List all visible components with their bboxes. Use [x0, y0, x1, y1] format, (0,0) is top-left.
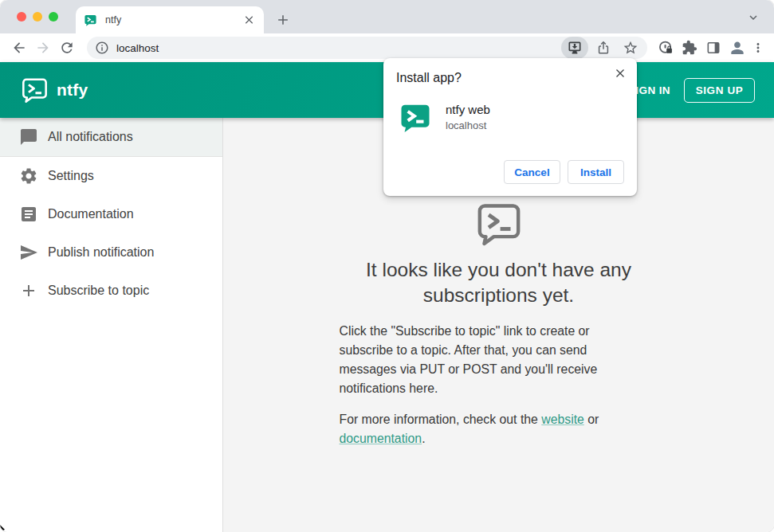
- sidebar-item-label: Publish notification: [48, 245, 154, 260]
- new-tab-button[interactable]: [273, 10, 293, 29]
- install-app-icon[interactable]: [561, 37, 588, 59]
- empty-state-links-paragraph: For more information, check out the webs…: [340, 410, 620, 448]
- send-icon: [19, 243, 38, 262]
- tab-close-icon[interactable]: [242, 14, 256, 27]
- dialog-app-name: ntfy web: [446, 103, 490, 116]
- chat-bubble-icon: [19, 127, 38, 147]
- side-panel-icon[interactable]: [701, 37, 725, 59]
- browser-window: ntfy localhost: [0, 0, 774, 532]
- browser-tab-ntfy[interactable]: ntfy: [76, 6, 264, 33]
- sidebar-item-publish-notification[interactable]: Publish notification: [0, 233, 222, 272]
- reload-icon[interactable]: [55, 37, 79, 59]
- ntfy-app-icon: [399, 101, 432, 135]
- forward-icon[interactable]: [31, 37, 55, 59]
- maximize-window-button[interactable]: [49, 12, 58, 22]
- sidebar-item-settings[interactable]: Settings: [0, 157, 222, 195]
- paragraph2-prefix: For more information, check out the: [340, 413, 542, 426]
- empty-state-paragraph: Click the "Subscribe to topic" link to c…: [340, 322, 620, 398]
- cancel-button[interactable]: Cancel: [504, 160, 560, 184]
- install-button[interactable]: Install: [568, 160, 624, 184]
- sidebar-item-all-notifications[interactable]: All notifications: [0, 118, 222, 156]
- sidebar-item-subscribe-to-topic[interactable]: Subscribe to topic: [0, 272, 222, 310]
- tab-title: ntfy: [105, 14, 242, 25]
- sign-up-button[interactable]: SIGN UP: [684, 78, 755, 103]
- dialog-close-icon[interactable]: [613, 66, 627, 80]
- ntfy-empty-state-icon: [474, 201, 524, 247]
- back-icon[interactable]: [7, 37, 31, 59]
- ntfy-favicon: [84, 14, 97, 27]
- address-bar[interactable]: localhost: [87, 37, 647, 59]
- share-icon[interactable]: [591, 37, 615, 59]
- sidebar-item-label: Documentation: [48, 207, 134, 221]
- gear-icon: [19, 166, 38, 186]
- empty-state-heading: It looks like you don't have any subscri…: [340, 257, 658, 308]
- paragraph2-middle: or: [584, 413, 599, 426]
- sidebar-item-label: Settings: [48, 169, 94, 183]
- sidebar-item-label: All notifications: [48, 130, 133, 144]
- documentation-link[interactable]: documentation: [340, 432, 422, 445]
- bookmark-star-icon[interactable]: [619, 37, 642, 59]
- close-window-button[interactable]: [17, 12, 26, 22]
- url-text[interactable]: localhost: [116, 42, 561, 54]
- dialog-app-origin: localhost: [446, 119, 486, 131]
- article-icon: [19, 205, 38, 224]
- app-brand: ntfy: [57, 80, 88, 100]
- profile-avatar[interactable]: [725, 37, 749, 59]
- sidebar-item-documentation[interactable]: Documentation: [0, 195, 222, 233]
- dialog-title: Install app?: [396, 71, 462, 85]
- plus-icon: [19, 281, 38, 300]
- sidebar-item-label: Subscribe to topic: [48, 284, 149, 298]
- mouse-cursor: [0, 525, 6, 532]
- minimize-window-button[interactable]: [33, 12, 42, 22]
- paragraph2-suffix: .: [422, 432, 425, 445]
- traffic-lights: [17, 12, 58, 22]
- install-app-dialog: Install app? ntfy web localhost Cancel I…: [383, 58, 637, 196]
- tab-search-chevron-icon[interactable]: [747, 11, 760, 24]
- ntfy-logo-icon: [20, 76, 49, 104]
- website-link[interactable]: website: [541, 413, 584, 426]
- site-info-icon[interactable]: [95, 41, 109, 55]
- extensions-puzzle-icon[interactable]: [678, 37, 701, 59]
- browser-menu-icon[interactable]: [749, 37, 767, 59]
- tab-strip: ntfy: [0, 0, 774, 33]
- password-manager-icon[interactable]: [654, 37, 678, 59]
- sidebar: All notifications Settings Documentation…: [0, 118, 223, 532]
